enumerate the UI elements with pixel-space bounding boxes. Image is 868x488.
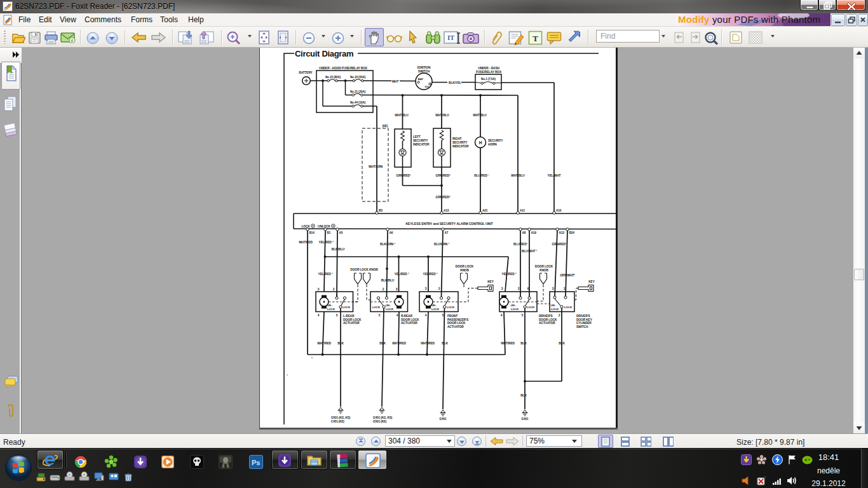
svg-text:BLK: BLK [337,342,344,345]
svg-text:LOCK: LOCK [527,306,535,309]
svg-text:3: 3 [318,288,320,291]
svg-text:6: 6 [527,287,529,290]
svg-text:WHT/RED: WHT/RED [299,241,313,244]
svg-text:WHT/RED: WHT/RED [421,342,435,345]
svg-text:IG1: IG1 [425,85,430,88]
svg-text:DOOR LOCK: DOOR LOCK [343,318,362,322]
svg-text:YEL/RED ²: YEL/RED ² [423,273,438,276]
svg-text:KNOB: KNOB [460,269,469,272]
svg-text:DOOR LOCK: DOOR LOCK [401,318,419,322]
svg-text:L.REAR: L.REAR [343,315,355,318]
svg-text:ACTUATOR: ACTUATOR [539,322,555,325]
svg-text:G451: G451 [440,417,447,421]
svg-text:e: e [71,38,74,43]
svg-text:YEL/RED ²: YEL/RED ² [395,273,409,276]
svg-text:B24: B24 [569,231,575,234]
svg-text:G451 (KG, KS): G451 (KG, KS) [373,416,393,419]
svg-text:YEL/RED ²: YEL/RED ² [319,241,334,244]
svg-text:DOOR LOCK KNOB: DOOR LOCK KNOB [350,268,378,271]
svg-text:INDICATOR: INDICATOR [452,145,469,148]
svg-text:SECURITY: SECURITY [413,139,428,142]
svg-text:DOOR KEY: DOOR KEY [576,318,593,322]
svg-text:IGNITION: IGNITION [417,66,431,69]
svg-text:LOCK: LOCK [301,225,310,228]
svg-text:UN -: UN - [327,304,333,307]
svg-text:KNOB: KNOB [539,269,548,272]
svg-text:LOCK: LOCK [564,306,573,309]
svg-text:ACTUATOR: ACTUATOR [447,325,464,329]
svg-text:WHT/RED: WHT/RED [392,342,406,345]
svg-text:C451 (KE): C451 (KE) [331,420,344,423]
svg-text:BLK: BLK [379,342,386,345]
svg-text:A10: A10 [556,209,562,212]
svg-text:GRN/RED¹: GRN/RED¹ [397,174,411,177]
svg-text:WHT/BLU: WHT/BLU [473,114,487,117]
svg-text:PASSENGER'S: PASSENGER'S [447,318,469,322]
svg-text:UN -: UN - [386,304,391,307]
svg-text:G451: G451 [522,417,529,421]
svg-text:3: 3 [552,287,554,290]
svg-text:BLU/WHT ²: BLU/WHT ² [522,250,538,253]
svg-text:SWITCH: SWITCH [576,325,588,329]
svg-text:BLK: BLK [520,394,527,397]
svg-text:UN -: UN - [551,304,557,307]
svg-text:SECURITY: SECURITY [488,139,503,142]
svg-text:WHT/BLU: WHT/BLU [395,114,409,117]
svg-text:WHT/RED: WHT/RED [317,342,331,345]
svg-text:DRIVER'S: DRIVER'S [576,315,591,318]
svg-text:LOCK: LOCK [342,306,351,309]
svg-text:2: 2 [518,287,520,290]
svg-text:4: 4 [318,314,320,317]
svg-text:YEL/RED ²: YEL/RED ² [502,273,517,276]
svg-text:R.REAR: R.REAR [401,315,412,318]
svg-text:UN -: UN - [431,304,437,307]
svg-text:A11: A11 [520,209,526,212]
svg-text:2: 2 [333,288,335,291]
svg-text:H: H [479,140,482,145]
svg-text:4: 4 [501,314,503,317]
svg-text:4: 4 [425,314,427,317]
svg-text:2: 2 [383,288,384,291]
svg-text:A13: A13 [559,231,565,234]
svg-text:LOCK: LOCK [431,308,440,311]
svg-text:B1: B1 [327,231,331,234]
svg-text:BLK: BLK [559,342,565,345]
svg-text:B14: B14 [309,231,315,234]
svg-text:4: 4 [397,314,398,317]
svg-text:No.16 (50A): No.16 (50A) [350,76,366,79]
svg-text:5: 5 [442,314,444,317]
svg-text:FUSE/RELAY BOX: FUSE/RELAY BOX [476,71,502,74]
svg-text:BLK/BLU: BLK/BLU [381,279,395,282]
svg-text:BLK/BLU: BLK/BLU [332,248,345,251]
svg-text:(KE): (KE) [382,125,388,128]
svg-text:INDICATOR: INDICATOR [413,143,430,146]
svg-text:3: 3 [501,287,503,290]
svg-text:KEYLESS ENTRY and SECURITY ALA: KEYLESS ENTRY and SECURITY ALARM CONTROL… [405,222,493,226]
svg-text:BLK/GRN ²: BLK/GRN ² [380,243,395,246]
svg-text:No.1 (7.5A): No.1 (7.5A) [481,78,496,81]
svg-text:A5: A5 [339,231,343,234]
svg-text:T: T [532,34,538,43]
svg-text:RIGHT: RIGHT [452,137,462,140]
svg-text:A19: A19 [531,231,537,234]
svg-text:LOCK: LOCK [327,308,336,311]
svg-text:No.21 (20A): No.21 (20A) [350,90,366,93]
svg-text:BLU/RED²: BLU/RED² [513,243,528,246]
svg-text:DOOR LOCK: DOOR LOCK [539,318,557,322]
svg-text:G501 (KG, KS): G501 (KG, KS) [331,416,351,419]
svg-text:No.44 (10A): No.44 (10A) [350,101,366,104]
svg-text:WHT/BLU: WHT/BLU [435,114,449,117]
svg-text:DOOR LOCK: DOOR LOCK [456,265,474,268]
svg-text:UN -: UN - [511,304,517,307]
svg-text:GRN/RED²: GRN/RED² [552,243,567,246]
svg-text:UNDER - DASH: UNDER - DASH [478,67,499,70]
svg-text:UNLOCK: UNLOCK [318,225,331,228]
svg-text:KEY: KEY [588,280,595,283]
svg-text:LOCK: LOCK [386,308,394,311]
svg-text:3: 3 [425,287,427,290]
svg-text:T: T [450,34,455,41]
svg-text:A6: A6 [390,231,393,234]
svg-text:LOCK: LOCK [551,308,559,311]
svg-text:SWITCH: SWITCH [418,70,430,73]
svg-text:UNDER - HOOD FUSE/RELAY BOX: UNDER - HOOD FUSE/RELAY BOX [319,67,368,70]
